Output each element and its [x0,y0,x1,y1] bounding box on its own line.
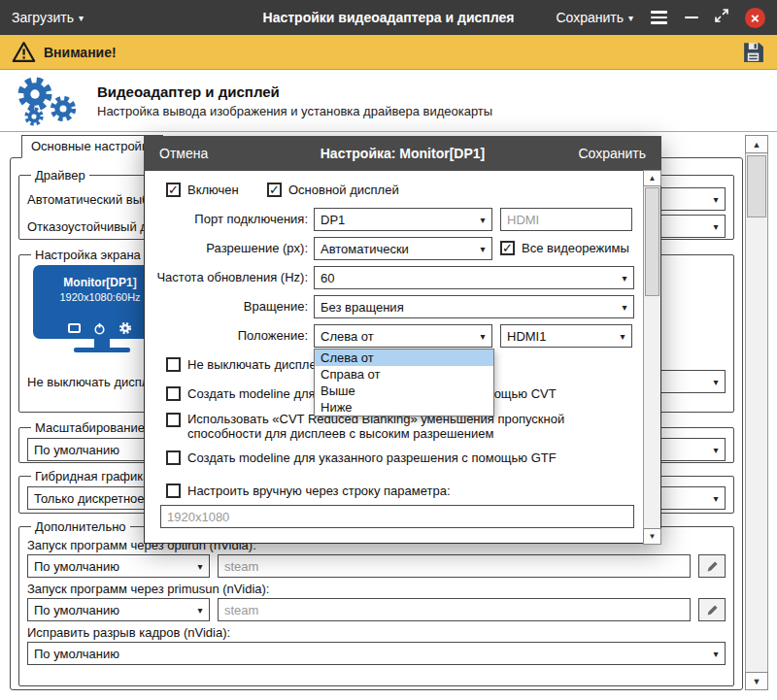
chevron-down-icon: ▾ [474,331,491,342]
port-select[interactable]: DP1 ▾ [314,208,492,231]
scrollbar-thumb[interactable] [645,187,659,296]
display-toggle-icon[interactable] [68,323,81,333]
page-header: Видеоадаптер и дисплей Настройка вывода … [0,70,777,132]
primusrun-command-input[interactable] [218,598,691,621]
chevron-down-icon: ▾ [474,215,491,225]
power-icon[interactable] [93,322,106,335]
checkbox-label: Включен [187,183,239,197]
combo-value: DP1 [315,213,474,227]
scroll-up-button[interactable]: ▲ [745,135,768,153]
scroll-down-button[interactable]: ▼ [745,672,768,690]
tearfree-select[interactable]: По умолчанию ▾ [27,642,726,665]
position-label: Положение: [238,324,308,348]
position-select[interactable]: Слева от ▾ [314,324,492,348]
chevron-down-icon: ▾ [628,13,633,23]
hybrid-group-legend: Гибридная графика [31,469,154,483]
checkbox-label: Все видеорежимы [522,241,629,255]
primusrun-row: По умолчанию ▾ [27,598,726,621]
combo-value: HDMI1 [501,329,614,344]
dialog-body: ✓ Включен ✓ Основной дисплей Порт подклю… [144,171,661,544]
scrollbar-thumb[interactable] [747,155,766,217]
resolution-select[interactable]: Автоматически ▾ [314,237,492,260]
page-header-text: Видеоадаптер и дисплей Настройка вывода … [97,83,492,118]
dialog-cancel-button[interactable]: Отмена [159,146,208,161]
rotation-select[interactable]: Без вращения ▾ [314,295,634,318]
arrow-down-icon: ▼ [753,677,761,686]
load-menu-button[interactable]: Загрузить ▾ [12,10,84,25]
pencil-icon [706,604,719,617]
arrow-up-icon: ▲ [649,174,657,183]
combo-value: По умолчанию [28,559,191,574]
load-menu-label: Загрузить [12,10,74,25]
close-button[interactable]: × [745,8,765,28]
scrollbar-track[interactable] [746,153,767,672]
combo-value: По умолчанию [28,603,191,617]
checkbox-unchecked-icon [166,357,181,372]
titlebar: Загрузить ▾ Настройки видеоадаптера и ди… [0,0,777,35]
primary-display-checkbox[interactable]: ✓ Основной дисплей [267,183,399,197]
chevron-down-icon: ▾ [707,493,725,504]
dialog-save-button[interactable]: Сохранить [578,146,646,161]
checkbox-unchecked-icon [166,483,181,498]
refresh-select[interactable]: 60 ▾ [314,266,634,289]
chevron-down-icon: ▾ [616,273,633,283]
position-option-right[interactable]: Справа от [315,366,493,383]
pencil-icon [706,560,719,573]
chevron-down-icon: ▾ [79,13,84,23]
expand-icon [714,8,729,23]
checkbox-checked-icon: ✓ [267,183,282,197]
chevron-down-icon: ▾ [707,221,725,232]
checkbox-label: Создать modeline для указанного разрешен… [187,450,557,465]
screen-group-legend: Настройка экрана [31,248,145,262]
dialog-scrollbar[interactable]: ▲ ▼ [643,171,660,544]
optirun-edit-button[interactable] [698,554,726,578]
gtf-modeline-checkbox[interactable]: Создать modeline для указанного разрешен… [166,450,557,465]
save-menu-button[interactable]: Сохранить ▾ [556,10,633,25]
chevron-down-icon: ▾ [616,302,633,313]
warning-bar: Внимание! [0,35,777,70]
enabled-checkbox[interactable]: ✓ Включен [166,183,239,197]
video-settings-icon [14,75,84,127]
scroll-up-button[interactable]: ▲ [643,170,661,186]
position-option-left[interactable]: Слева от [315,350,493,366]
monitor-settings-gear-icon[interactable] [118,321,132,335]
scroll-down-button[interactable]: ▼ [643,528,661,545]
save-config-button[interactable] [741,40,765,64]
dpms-checkbox[interactable]: Не выключать дисплей [166,357,323,372]
page-title: Видеоадаптер и дисплей [97,83,492,100]
position-option-below[interactable]: Ниже [315,399,493,416]
save-floppy-icon [741,40,765,64]
extra-group: Дополнительно Запуск программ через opti… [18,519,734,686]
main-scrollbar[interactable]: ▲ ▼ [745,135,768,690]
primusrun-select[interactable]: По умолчанию ▾ [27,598,210,621]
manual-mode-checkbox[interactable]: Настроить вручную через строку параметра… [166,483,451,498]
checkbox-unchecked-icon [166,413,181,427]
page-subtitle: Настройка вывода изображения и установка… [97,104,492,118]
menu-icon[interactable] [649,9,669,26]
position-target-select[interactable]: HDMI1 ▾ [500,324,632,348]
combo-value: По умолчанию [28,647,707,661]
optirun-row: По умолчанию ▾ [27,554,726,578]
titlebar-actions: Сохранить ▾ × [556,8,765,28]
chevron-down-icon: ▾ [614,331,631,342]
manual-mode-input[interactable] [160,505,634,528]
checkbox-unchecked-icon [166,386,181,401]
all-modes-checkbox[interactable]: ✓ Все видеорежимы [500,241,629,255]
primusrun-edit-button[interactable] [698,598,726,621]
close-icon: × [751,11,760,25]
resolution-label: Разрешение (px): [206,237,308,260]
monitor-stand [94,339,110,348]
checkbox-checked-icon: ✓ [500,241,515,255]
minimize-button[interactable] [685,17,698,19]
checkbox-label: Не выключать дисплей [187,357,323,372]
checkbox-checked-icon: ✓ [166,183,181,197]
optirun-select[interactable]: По умолчанию ▾ [27,554,210,578]
optirun-command-input[interactable] [218,554,691,578]
monitor-settings-dialog: Отмена Настройка: Monitor[DP1] Сохранить… [144,136,661,544]
arrow-down-icon: ▼ [649,532,657,541]
fullscreen-button[interactable] [714,8,729,27]
port-custom-input[interactable] [500,208,632,231]
scrollbar-track[interactable] [644,186,660,528]
tab-main-settings[interactable]: Основные настройки [21,135,163,158]
position-option-above[interactable]: Выше [315,383,493,399]
